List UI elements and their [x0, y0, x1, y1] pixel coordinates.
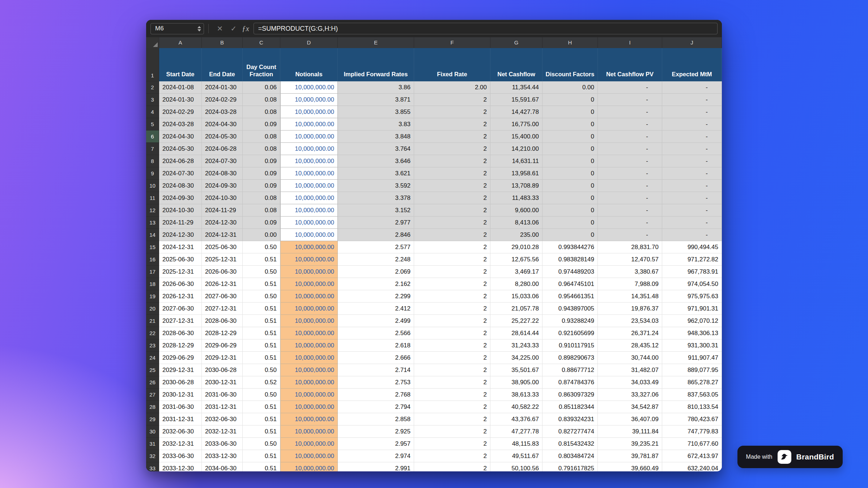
cell-B32[interactable]: 2033-12-30	[202, 450, 243, 462]
cell-D12[interactable]: 10,000,000.00	[280, 204, 338, 217]
row-header-22[interactable]: 22	[146, 327, 159, 339]
cell-F13[interactable]: 2	[414, 217, 490, 229]
cell-C6[interactable]: 0.08	[243, 130, 280, 143]
cell-A12[interactable]: 2024-10-30	[159, 204, 202, 217]
cell-E3[interactable]: 3.871	[338, 94, 414, 106]
cell-I11[interactable]: -	[598, 192, 662, 204]
cell-C33[interactable]: 0.51	[243, 462, 280, 471]
cell-C20[interactable]: 0.51	[243, 303, 280, 315]
stepper-down-icon[interactable]	[197, 29, 201, 31]
cell-B21[interactable]: 2028-06-30	[202, 315, 243, 327]
cell-D19[interactable]: 10,000,000.00	[280, 290, 338, 303]
cell-C3[interactable]: 0.08	[243, 94, 280, 106]
cell-C21[interactable]: 0.51	[243, 315, 280, 327]
cell-J7[interactable]: -	[662, 143, 722, 155]
cell-G2[interactable]: 11,354.44	[490, 81, 542, 94]
cell-I33[interactable]: 39,660.49	[598, 462, 662, 471]
row-header-30[interactable]: 30	[146, 425, 159, 438]
cell-E8[interactable]: 3.646	[338, 155, 414, 167]
cell-D17[interactable]: 10,000,000.00	[280, 266, 338, 278]
cell-J16[interactable]: 971,272.82	[662, 253, 722, 266]
cell-H16[interactable]: 0.983828149	[542, 253, 598, 266]
cell-G23[interactable]: 31,243.33	[490, 339, 542, 352]
cell-G5[interactable]: 16,775.00	[490, 118, 542, 130]
row-header-23[interactable]: 23	[146, 339, 159, 352]
cell-A28[interactable]: 2031-06-30	[159, 401, 202, 413]
cell-G14[interactable]: 235.00	[490, 229, 542, 241]
cell-F24[interactable]: 2	[414, 352, 490, 364]
cell-E29[interactable]: 2.858	[338, 413, 414, 425]
cell-A32[interactable]: 2033-06-30	[159, 450, 202, 462]
cell-J6[interactable]: -	[662, 130, 722, 143]
cell-A26[interactable]: 2030-06-28	[159, 376, 202, 389]
cell-D11[interactable]: 10,000,000.00	[280, 192, 338, 204]
row-header-17[interactable]: 17	[146, 266, 159, 278]
cell-C2[interactable]: 0.06	[243, 81, 280, 94]
cell-J20[interactable]: 971,901.31	[662, 303, 722, 315]
cell-G17[interactable]: 3,469.17	[490, 266, 542, 278]
cell-J28[interactable]: 810,133.54	[662, 401, 722, 413]
cell-F33[interactable]: 2	[414, 462, 490, 471]
cell-G4[interactable]: 14,427.78	[490, 106, 542, 118]
cell-B12[interactable]: 2024-11-29	[202, 204, 243, 217]
cell-F11[interactable]: 2	[414, 192, 490, 204]
column-title-E1[interactable]: Implied Forward Rates	[338, 48, 414, 81]
column-title-G1[interactable]: Net Cashflow	[490, 48, 542, 81]
cell-C32[interactable]: 0.51	[243, 450, 280, 462]
column-title-A1[interactable]: Start Date	[159, 48, 202, 81]
cell-G28[interactable]: 40,582.22	[490, 401, 542, 413]
cell-B6[interactable]: 2024-05-30	[202, 130, 243, 143]
cell-F2[interactable]: 2.00	[414, 81, 490, 94]
column-header-I[interactable]: I	[598, 37, 662, 48]
cell-D21[interactable]: 10,000,000.00	[280, 315, 338, 327]
cell-C18[interactable]: 0.51	[243, 278, 280, 290]
cell-B3[interactable]: 2024-02-29	[202, 94, 243, 106]
cell-F8[interactable]: 2	[414, 155, 490, 167]
column-header-D[interactable]: D	[280, 37, 338, 48]
cell-A6[interactable]: 2024-04-30	[159, 130, 202, 143]
cell-J23[interactable]: 931,300.31	[662, 339, 722, 352]
cell-C29[interactable]: 0.51	[243, 413, 280, 425]
cell-C19[interactable]: 0.50	[243, 290, 280, 303]
cell-J24[interactable]: 911,907.47	[662, 352, 722, 364]
cell-I19[interactable]: 14,351.48	[598, 290, 662, 303]
cell-J27[interactable]: 837,563.05	[662, 389, 722, 401]
cell-G16[interactable]: 12,675.56	[490, 253, 542, 266]
cell-B25[interactable]: 2030-06-28	[202, 364, 243, 376]
cell-A14[interactable]: 2024-12-30	[159, 229, 202, 241]
cell-A30[interactable]: 2032-06-30	[159, 425, 202, 438]
cell-H18[interactable]: 0.964745101	[542, 278, 598, 290]
column-header-C[interactable]: C	[243, 37, 280, 48]
cell-G26[interactable]: 38,905.00	[490, 376, 542, 389]
cell-D14[interactable]: 10,000,000.00	[280, 229, 338, 241]
cell-G33[interactable]: 50,100.56	[490, 462, 542, 471]
cell-C15[interactable]: 0.50	[243, 241, 280, 253]
cell-I12[interactable]: -	[598, 204, 662, 217]
cell-D29[interactable]: 10,000,000.00	[280, 413, 338, 425]
row-header-9[interactable]: 9	[146, 167, 159, 180]
cell-A23[interactable]: 2028-12-29	[159, 339, 202, 352]
cell-H10[interactable]: 0	[542, 180, 598, 192]
column-header-F[interactable]: F	[414, 37, 490, 48]
cell-F15[interactable]: 2	[414, 241, 490, 253]
cell-J22[interactable]: 948,306.13	[662, 327, 722, 339]
cell-D4[interactable]: 10,000,000.00	[280, 106, 338, 118]
cell-G31[interactable]: 48,115.83	[490, 438, 542, 450]
cell-G3[interactable]: 15,591.67	[490, 94, 542, 106]
cell-I32[interactable]: 39,781.87	[598, 450, 662, 462]
cell-A3[interactable]: 2024-01-30	[159, 94, 202, 106]
cell-B30[interactable]: 2032-12-31	[202, 425, 243, 438]
cell-G7[interactable]: 14,210.00	[490, 143, 542, 155]
cell-I13[interactable]: -	[598, 217, 662, 229]
row-header-7[interactable]: 7	[146, 143, 159, 155]
cell-F25[interactable]: 2	[414, 364, 490, 376]
cell-H22[interactable]: 0.921605699	[542, 327, 598, 339]
cell-J2[interactable]: -	[662, 81, 722, 94]
cell-B15[interactable]: 2025-06-30	[202, 241, 243, 253]
name-box-stepper-icon[interactable]	[197, 26, 201, 31]
cell-J19[interactable]: 975,975.63	[662, 290, 722, 303]
cell-E17[interactable]: 2.069	[338, 266, 414, 278]
cell-E24[interactable]: 2.666	[338, 352, 414, 364]
cell-H21[interactable]: 0.93288249	[542, 315, 598, 327]
cell-D8[interactable]: 10,000,000.00	[280, 155, 338, 167]
